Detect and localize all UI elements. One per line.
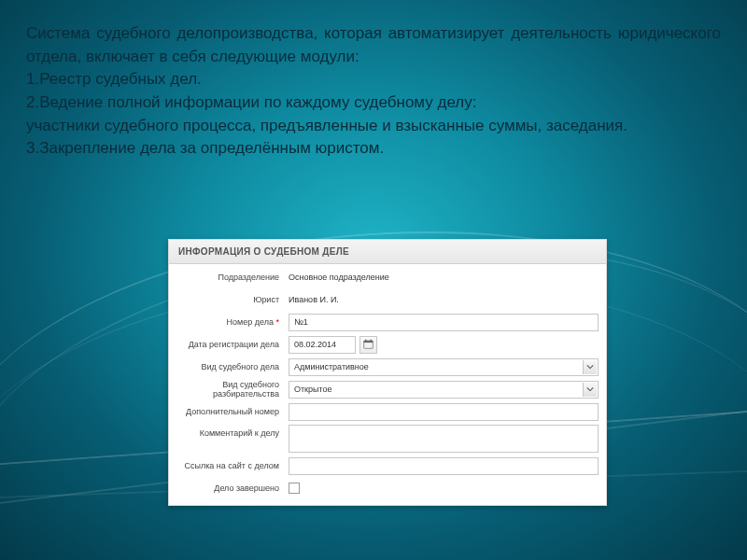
label-case-closed: Дело завершено <box>169 483 289 493</box>
additional-number-input[interactable] <box>289 403 599 421</box>
svg-rect-2 <box>365 339 366 341</box>
case-closed-checkbox[interactable] <box>289 483 300 494</box>
site-link-input[interactable] <box>289 457 599 475</box>
required-marker: * <box>275 317 279 327</box>
proc-kind-select[interactable]: Открытое <box>289 381 599 399</box>
case-form-panel: ИНФОРМАЦИЯ О СУДЕБНОМ ДЕЛЕ Подразделение… <box>168 239 607 506</box>
intro-paragraph: Система судебного делопроизводства, кото… <box>26 22 721 68</box>
form-body: Подразделение Основное подразделение Юри… <box>169 264 606 505</box>
value-lawyer: Иванов И. И. <box>289 295 599 304</box>
row-case-kind: Вид судебного дела Административное <box>169 356 606 378</box>
calendar-icon <box>363 339 374 351</box>
calendar-button[interactable] <box>359 336 377 354</box>
proc-kind-value: Открытое <box>294 385 332 394</box>
label-case-kind: Вид судебного дела <box>169 362 289 371</box>
row-proc-kind: Вид судебного разбирательства Открытое <box>169 378 606 400</box>
svg-rect-3 <box>371 339 372 341</box>
chevron-down-icon <box>583 383 597 397</box>
comment-textarea[interactable] <box>289 425 599 453</box>
bullet-line: 2.Ведение полной информации по каждому с… <box>26 91 721 115</box>
label-lawyer: Юрист <box>169 295 289 304</box>
row-unit: Подразделение Основное подразделение <box>169 266 606 288</box>
slide-text-block: Система судебного делопроизводства, кото… <box>26 22 721 161</box>
row-lawyer: Юрист Иванов И. И. <box>169 288 606 311</box>
bullet-line: 3.Закрепление дела за определённым юрист… <box>26 137 721 161</box>
bullet-line: участники судебного процесса, предъявлен… <box>26 115 721 138</box>
row-reg-date: Дата регистрации дела <box>169 333 606 356</box>
form-header: ИНФОРМАЦИЯ О СУДЕБНОМ ДЕЛЕ <box>169 240 606 264</box>
label-site-link: Ссылка на сайт с делом <box>169 461 289 470</box>
row-case-number: Номер дела * <box>169 311 606 333</box>
reg-date-input[interactable] <box>289 336 356 354</box>
label-case-number: Номер дела * <box>169 317 289 327</box>
case-number-input[interactable] <box>289 314 599 331</box>
row-comment: Комментарий к делу <box>169 423 606 455</box>
row-case-closed: Дело завершено <box>169 477 606 499</box>
label-comment: Комментарий к делу <box>169 425 289 438</box>
label-unit: Подразделение <box>169 273 289 282</box>
label-reg-date: Дата регистрации дела <box>169 340 289 349</box>
value-unit: Основное подразделение <box>289 273 599 282</box>
bullet-line: 1.Реестр судебных дел. <box>26 68 721 91</box>
case-kind-value: Административное <box>294 362 369 371</box>
label-proc-kind: Вид судебного разбирательства <box>169 380 289 399</box>
row-additional-number: Дополнительный номер <box>169 400 606 423</box>
label-additional-number: Дополнительный номер <box>169 407 289 416</box>
row-site-link: Ссылка на сайт с делом <box>169 455 606 477</box>
case-kind-select[interactable]: Административное <box>289 358 599 376</box>
chevron-down-icon <box>583 360 597 374</box>
